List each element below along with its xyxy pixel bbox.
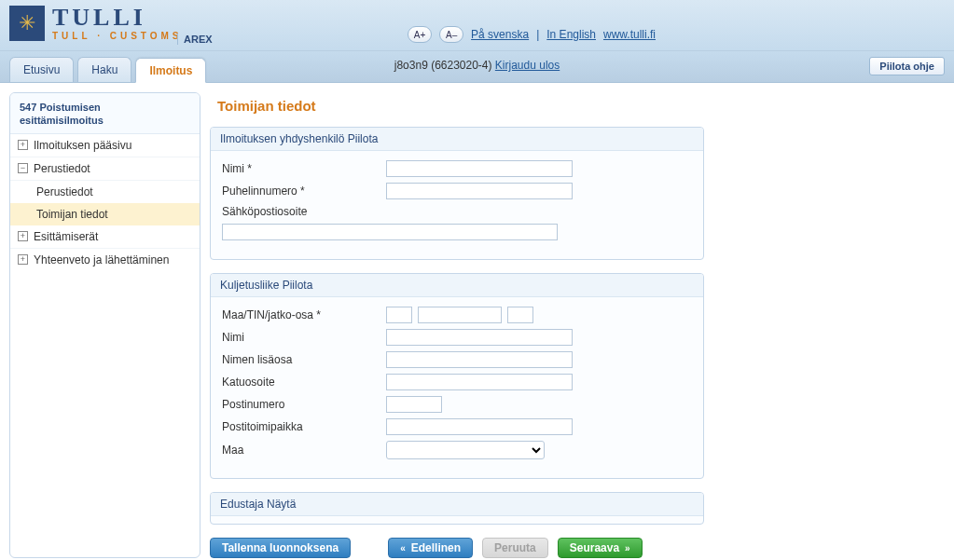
label-maa2: Maa [222,444,380,457]
button-label: Edellinen [411,541,461,554]
panel-carrier: Kuljetusliike Piilota Maa/TIN/jatko-osa … [210,273,704,479]
input-carrier-katu[interactable] [386,374,573,390]
expand-icon: + [18,254,28,265]
logo-icon: ✳ [9,6,45,41]
input-carrier-postitmp[interactable] [386,418,573,435]
panel-contact-header[interactable]: Ilmoituksen yhdyshenkilö Piilota [211,128,703,151]
next-button[interactable]: Seuraava » [558,538,643,558]
button-row: Tallenna luonnoksena « Edellinen Peruuta… [210,538,704,558]
button-label: Tallenna luonnoksena [222,541,339,554]
label-puhelin: Puhelinnumero * [222,184,380,198]
lang-en-link[interactable]: In English [546,28,596,41]
panel-contact: Ilmoituksen yhdyshenkilö Piilota Nimi * … [210,127,704,260]
label-email: Sähköpostiosoite [222,205,380,218]
user-id: j8o3n9 (6623020-4) [394,59,495,72]
sidebar-item-label: Perustiedot [36,185,93,198]
previous-button[interactable]: « Edellinen [388,538,473,558]
sidebar-item-toimijan[interactable]: Toimijan tiedot [10,203,200,225]
tabs: Etusivu Haku Ilmoitus [9,57,206,82]
sidebar-item-perustiedot[interactable]: − Perustiedot [10,157,200,181]
sidebar: 547 Poistumisen esittämisilmoitus + Ilmo… [9,92,200,558]
sidebar-title-line1: 547 Poistumisen [20,102,101,113]
header-links: A+ A– På svenska | In English www.tulli.… [408,26,656,43]
expand-icon: + [18,140,28,150]
tab-ilmoitus[interactable]: Ilmoitus [135,58,206,83]
sidebar-title: 547 Poistumisen esittämisilmoitus [10,93,200,134]
expand-icon: + [18,231,28,241]
label-nimi: Nimi * [222,162,380,175]
tab-haku[interactable]: Haku [77,57,131,82]
input-nimi[interactable] [386,160,573,177]
button-label: Seuraava [570,541,619,554]
page-title: Toimijan tiedot [217,98,704,114]
chevron-left-icon: « [400,543,406,553]
lang-sv-link[interactable]: På svenska [471,28,529,41]
input-maa-code[interactable] [386,307,412,323]
sidebar-item-perustiedot-sub[interactable]: Perustiedot [10,181,200,203]
panel-representative: Edustaja Näytä [210,492,704,525]
input-jatko[interactable] [507,307,533,323]
logout-link[interactable]: Kirjaudu ulos [495,59,560,72]
user-area: j8o3n9 (6623020-4) Kirjaudu ulos [394,59,560,72]
collapse-icon: − [18,163,28,173]
site-link[interactable]: www.tulli.fi [603,28,656,41]
label-lisaosa: Nimen lisäosa [222,353,380,366]
main-area: Toimijan tiedot Ilmoituksen yhdyshenkilö… [210,92,945,558]
separator: | [536,28,539,41]
sidebar-title-line2: esittämisilmoitus [20,115,104,126]
input-carrier-postinro[interactable] [386,396,442,413]
panel-carrier-header[interactable]: Kuljetusliike Piilota [211,274,703,297]
label-postinro: Postinumero [222,398,380,411]
label-katu: Katuosoite [222,376,380,389]
button-label: Peruuta [494,541,536,554]
input-email[interactable] [222,224,558,240]
content: 547 Poistumisen esittämisilmoitus + Ilmo… [0,83,954,560]
sidebar-item-label: Toimijan tiedot [36,208,108,221]
font-decrease-button[interactable]: A– [439,26,463,43]
hide-help-button[interactable]: Piilota ohje [869,57,945,75]
logo-text: TULLI TULL · CUSTOMS [52,6,183,41]
select-carrier-maa[interactable] [386,441,545,459]
logo-sub: TULL · CUSTOMS [52,32,183,41]
sidebar-item-label: Perustiedot [34,162,90,175]
label-maatin: Maa/TIN/jatko-osa * [222,308,380,321]
input-carrier-lisaosa[interactable] [386,351,573,368]
sidebar-item-label: Yhteenveto ja lähettäminen [34,253,169,266]
panel-representative-header[interactable]: Edustaja Näytä [211,493,703,516]
tabs-row: Etusivu Haku Ilmoitus j8o3n9 (6623020-4)… [0,51,954,83]
input-carrier-nimi[interactable] [386,329,573,346]
input-puhelin[interactable] [386,183,573,199]
sidebar-item-paasivu[interactable]: + Ilmoituksen pääsivu [10,134,200,157]
tab-etusivu[interactable]: Etusivu [9,57,74,82]
app-name: AREX [177,34,213,45]
save-draft-button[interactable]: Tallenna luonnoksena [210,538,351,558]
label-nimi2: Nimi [222,331,380,344]
cancel-button[interactable]: Peruuta [482,538,548,558]
logo-main: TULLI [52,6,183,30]
sidebar-item-label: Esittämiserät [34,230,98,243]
sidebar-item-label: Ilmoituksen pääsivu [34,139,131,152]
logo-area: ✳ TULLI TULL · CUSTOMS [9,6,183,41]
sidebar-item-yhteenveto[interactable]: + Yhteenveto ja lähettäminen [10,249,200,271]
font-increase-button[interactable]: A+ [408,26,432,43]
label-postitmp: Postitoimipaikka [222,420,380,433]
sidebar-item-esittamiserat[interactable]: + Esittämiserät [10,225,200,249]
app-header: ✳ TULLI TULL · CUSTOMS AREX A+ A– På sve… [0,0,954,51]
chevron-right-icon: » [625,543,630,553]
input-tin[interactable] [418,307,502,323]
